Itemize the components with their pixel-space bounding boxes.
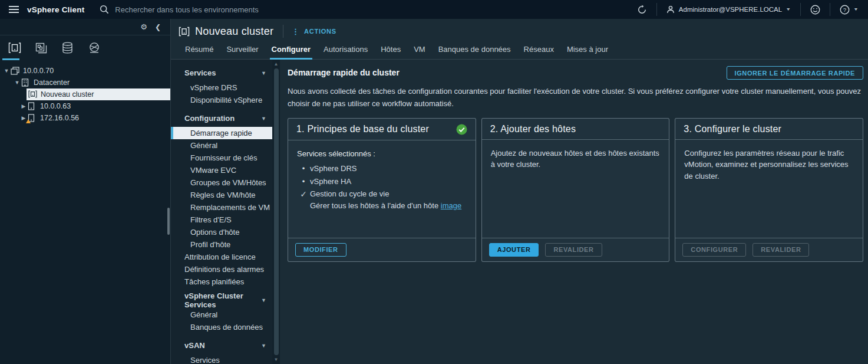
nav-item-filtres-es[interactable]: Filtres d'E/S xyxy=(171,214,272,226)
object-header: Nouveau cluster ⋮ ACTIONS xyxy=(171,19,868,41)
actions-button[interactable]: ⋮ ACTIONS xyxy=(292,27,336,36)
card-description: Ajoutez de nouveaux hôtes et des hôtes e… xyxy=(491,149,659,169)
tab-vm[interactable]: VM xyxy=(407,41,432,59)
quickstart-cards: 1. Principes de base du cluster Services… xyxy=(288,118,863,262)
ajouter-button[interactable]: AJOUTER xyxy=(489,243,539,257)
chevron-right-icon[interactable]: ▶ xyxy=(19,103,28,109)
nav-item-disponibilite-vsphere[interactable]: Disponibilité vSphere xyxy=(171,94,272,106)
tree-item-host1[interactable]: ▶ 10.0.0.63 xyxy=(0,100,170,112)
nav-section-services[interactable]: Services▼ xyxy=(171,67,272,79)
header-divider xyxy=(283,25,283,38)
storage-icon xyxy=(62,42,73,54)
nav-section-configuration[interactable]: Configuration▼ xyxy=(171,112,272,124)
lifecycle-row: ✓ Gestion du cycle de vie Gérer tous les… xyxy=(297,188,467,211)
configurer-button[interactable]: CONFIGURER xyxy=(682,243,746,257)
smiley-icon xyxy=(810,5,820,15)
tab-storage[interactable] xyxy=(54,35,81,60)
service-bullet: • vSphere HA xyxy=(297,176,467,188)
tab-resume[interactable]: Résumé xyxy=(179,41,220,59)
scroll-down-icon[interactable]: ▼ xyxy=(272,356,280,363)
check-circle-icon xyxy=(456,124,467,135)
nav-item-demarrage-rapide[interactable]: Démarrage rapide xyxy=(171,127,272,139)
user-icon xyxy=(666,5,675,14)
top-bar: vSphere Client Administrator@V xyxy=(0,0,868,19)
configure-nav: Services▼ vSphere DRS Disponibilité vSph… xyxy=(171,60,272,364)
card-title: 3. Configurer le cluster xyxy=(684,124,781,135)
inventory-tree: ▼ 10.0.0.70 ▼ xyxy=(0,60,170,124)
nav-item-vcs-banques-donnees[interactable]: Banques de données xyxy=(171,321,272,333)
inventory-toolbar: ⚙ ❮ xyxy=(0,19,170,35)
nav-item-options-hote[interactable]: Options d'hôte xyxy=(171,226,272,238)
tree-item-cluster-selected[interactable]: Nouveau cluster xyxy=(0,88,170,100)
nav-item-profil-hote[interactable]: Profil d'hôte xyxy=(171,238,272,251)
chevron-down-icon: ▼ xyxy=(786,7,791,12)
tab-mises-a-jour[interactable]: Mises à jour xyxy=(560,41,615,59)
global-search xyxy=(100,5,628,14)
selected-tree-row[interactable]: Nouveau cluster xyxy=(27,88,170,100)
revalider-button[interactable]: REVALIDER xyxy=(545,243,602,257)
collapse-panel-icon[interactable]: ❮ xyxy=(151,23,164,31)
quickstart-panel: Démarrage rapide du cluster IGNORER LE D… xyxy=(280,60,868,364)
chevron-down-icon: ▼ xyxy=(261,297,266,303)
user-menu[interactable]: Administrator@VSPHERE.LOCAL ▼ xyxy=(657,0,800,19)
nav-section-vsan[interactable]: vSAN▼ xyxy=(171,339,272,352)
scroll-up-icon[interactable]: ▲ xyxy=(272,60,280,68)
kebab-menu-icon: ⋮ xyxy=(292,27,300,36)
nav-item-groupes-vm-hotes[interactable]: Groupes de VM/Hôtes xyxy=(171,176,272,189)
modifier-button[interactable]: MODIFIER xyxy=(295,243,346,257)
nav-item-vsphere-drs[interactable]: vSphere DRS xyxy=(171,81,272,94)
nav-item-general[interactable]: Général xyxy=(171,139,272,152)
tab-reseaux[interactable]: Réseaux xyxy=(517,41,560,59)
tree-scrollbar-thumb[interactable] xyxy=(167,208,170,235)
image-link[interactable]: image xyxy=(441,201,461,210)
configure-nav-scrollbar[interactable]: ▲ ▼ xyxy=(272,60,280,364)
refresh-button[interactable] xyxy=(628,0,656,19)
help-icon: ? xyxy=(840,5,850,15)
gear-icon[interactable]: ⚙ xyxy=(136,22,151,31)
tab-configurer[interactable]: Configurer xyxy=(265,41,317,59)
tab-hosts-clusters[interactable] xyxy=(1,35,28,60)
nav-item-regles-vm-hote[interactable]: Règles de VM/hôte xyxy=(171,189,272,201)
revalider-button[interactable]: REVALIDER xyxy=(753,243,809,257)
nav-section-vsphere-cluster-services[interactable]: vSphere Cluster Services▼ xyxy=(171,294,272,306)
nav-item-vcs-general[interactable]: Général xyxy=(171,309,272,321)
tree-item-datacenter[interactable]: ▼ Datacenter xyxy=(0,77,170,88)
datacenter-icon xyxy=(21,78,30,87)
check-icon: ✓ xyxy=(297,188,310,211)
nav-item-taches-planifiees[interactable]: Tâches planifiées xyxy=(171,276,272,288)
vcenter-icon xyxy=(11,67,19,75)
tab-banques-de-donnees[interactable]: Banques de données xyxy=(432,41,517,59)
host-icon xyxy=(28,102,37,110)
vms-templates-icon xyxy=(35,42,47,54)
chevron-down-icon[interactable]: ▼ xyxy=(2,68,11,74)
tree-item-host2[interactable]: ▶ 172.16.0.56 xyxy=(0,112,170,124)
scrollbar-thumb[interactable] xyxy=(274,68,279,355)
feedback-button[interactable] xyxy=(801,0,830,19)
help-menu[interactable]: ? ▼ xyxy=(830,0,868,19)
tab-hotes[interactable]: Hôtes xyxy=(374,41,407,59)
hosts-clusters-icon xyxy=(8,42,21,53)
search-input[interactable] xyxy=(115,5,362,14)
networking-icon xyxy=(88,42,100,54)
nav-item-fournisseur-de-cles[interactable]: Fournisseur de clés xyxy=(171,152,272,164)
chevron-down-icon[interactable]: ▼ xyxy=(13,80,21,86)
card-title: 1. Principes de base du cluster xyxy=(296,124,429,135)
selected-services-heading: Services sélectionnés : xyxy=(297,148,467,160)
tab-vms-templates[interactable] xyxy=(28,35,54,60)
tab-surveiller[interactable]: Surveiller xyxy=(220,41,265,59)
tab-networking[interactable] xyxy=(81,35,107,60)
tree-item-vcenter[interactable]: ▼ 10.0.0.70 xyxy=(0,65,170,77)
card-configure-cluster: 3. Configurer le cluster Configurez les … xyxy=(675,118,863,262)
hamburger-menu-icon[interactable] xyxy=(0,4,27,15)
bullet-icon: • xyxy=(297,176,310,188)
nav-item-attribution-licence[interactable]: Attribution de licence xyxy=(171,251,272,263)
nav-item-definitions-alarmes[interactable]: Définitions des alarmes xyxy=(171,263,272,276)
skip-quickstart-button[interactable]: IGNORER LE DÉMARRAGE RAPIDE xyxy=(727,66,863,80)
nav-item-vmware-evc[interactable]: VMware EVC xyxy=(171,164,272,176)
nav-item-remplacements-vm[interactable]: Remplacements de VM xyxy=(171,201,272,214)
main-area: Nouveau cluster ⋮ ACTIONS Résumé Surveil… xyxy=(171,19,868,364)
nav-item-vsan-services[interactable]: Services xyxy=(171,354,272,364)
tab-autorisations[interactable]: Autorisations xyxy=(317,41,374,59)
lifecycle-title: Gestion du cycle de vie xyxy=(310,189,389,198)
cluster-icon xyxy=(28,90,37,99)
